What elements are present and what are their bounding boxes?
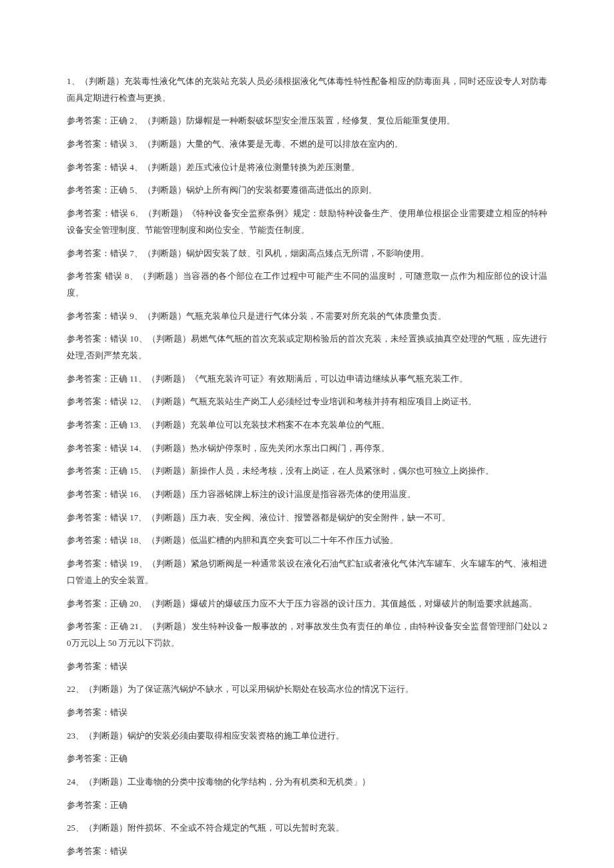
text-line: 参考答案：正确 15、（判断题）新操作人员，未经考核，没有上岗证，在人员紧张时，… [67, 463, 547, 480]
text-line: 参考答案：正确 2、（判断题）防爆帽是一种断裂破坏型安全泄压装置，经修复、复位后… [67, 113, 547, 129]
text-line: 参考答案：正确 5、（判断题）锅炉上所有阀门的安装都要遵循高进低出的原则。 [67, 182, 547, 199]
text-line: 参考答案：错误 [67, 843, 547, 860]
text-line: 参考答案：错误 3、（判断题）大量的气、液体要是无毒、不燃的是可以排放在室内的。 [67, 136, 547, 153]
text-line: 参考答案：错误 19、（判断题）紧急切断阀是一种通常装设在液化石油气贮缸或者液化… [67, 556, 547, 588]
text-line: 参考答案：正确 [67, 751, 547, 767]
text-line: 参考答案：错误 [67, 659, 547, 675]
text-line: 参考答案：正确 20、（判断题）爆破片的爆破压力应不大于压力容器的设计压力。其值… [67, 596, 547, 612]
text-line: 参考答案：正确 [67, 797, 547, 814]
text-line: 参考答案：错误 6、（判断题）《特种设备安全监察条例》规定：鼓励特种设备生产、使… [67, 205, 547, 238]
text-line: 参考答案：错误 16、（判断题）压力容器铭牌上标注的设计温度是指容器壳体的使用温… [67, 486, 547, 503]
document-body: 1、（判断题）充装毒性液化气体的充装站充装人员必须根据液化气体毒性特性配备相应的… [67, 73, 547, 868]
text-line: 参考答案：正确 21、（判断题）发生特种设备一般事故的，对事故发生负有责任的单位… [67, 618, 547, 651]
text-line: 22、（判断题）为了保证蒸汽锅炉不缺水，可以采用锅炉长期处在较高水位的情况下运行… [67, 681, 547, 698]
text-line: 参考答案：错误 18、（判断题）低温贮槽的内胆和真空夹套可以二十年不作压力试验。 [67, 532, 547, 549]
text-line: 参考答案：错误 9、（判断题）气瓶充装单位只是进行气体分装，不需要对所充装的气体… [67, 308, 547, 325]
text-line: 23、（判断题）锅炉的安装必须由要取得相应安装资格的施工单位进行。 [67, 728, 547, 745]
text-line: 参考答案：错误 7、（判断题）锅炉因安装了鼓、引风机，烟囱高点矮点无所谓，不影响… [67, 246, 547, 262]
text-line: 参考答案：错误 4、（判断题）差压式液位计是将液位测量转换为差压测量。 [67, 159, 547, 176]
text-line: 参考答案：错误 14、（判断题）热水锅炉停泵时，应先关闭水泵出口阀门，再停泵。 [67, 440, 547, 457]
text-line: 参考答案：错误 10、（判断题）易燃气体气瓶的首次充装或定期检验后的首次充装，未… [67, 331, 547, 364]
text-line: 参考答案：正确 11、（判断题）《气瓶充装许可证》有效期满后，可以边申请边继续从… [67, 371, 547, 388]
text-line: 参考答案：正确 13、（判断题）充装单位可以充装技术档案不在本充装单位的气瓶。 [67, 417, 547, 434]
text-line: 24、（判断题）工业毒物的分类中按毒物的化学结构，分为有机类和无机类」） [67, 774, 547, 791]
text-line: 参考答案：错误 [67, 705, 547, 721]
text-line: 参考答案 错误 8、（判断题）当容器的各个部位在工作过程中可能产生不同的温度时，… [67, 268, 547, 301]
text-line: 1、（判断题）充装毒性液化气体的充装站充装人员必须根据液化气体毒性特性配备相应的… [67, 73, 547, 106]
text-line: 参考答案：错误 17、（判断题）压力表、安全阀、液位计、报警器都是锅炉的安全附件… [67, 510, 547, 526]
text-line: 参考答案：错误 12、（判断题）气瓶充装站生产岗工人必须经过专业培训和考核并持有… [67, 394, 547, 410]
text-line: 25、（判断题）附件损坏、不全或不符合规定的气瓶，可以先暂时充装。 [67, 820, 547, 837]
